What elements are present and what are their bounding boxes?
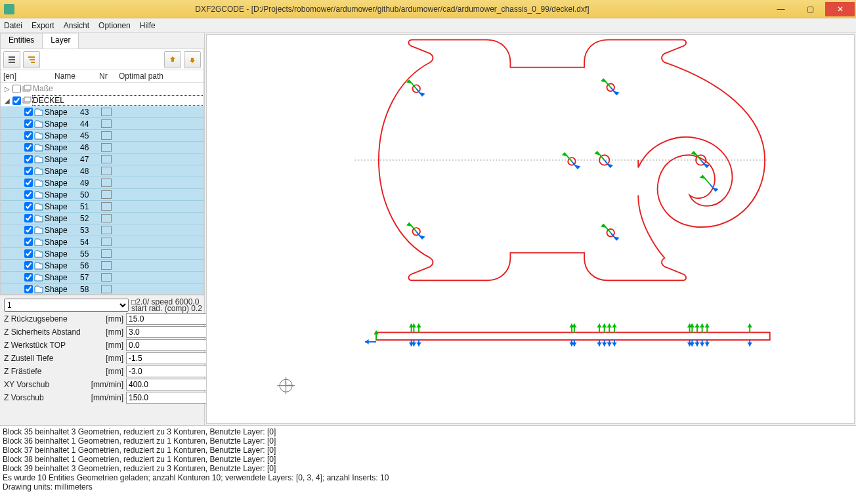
collapse-all-button[interactable]: [3, 51, 20, 68]
shape-row[interactable]: Shape 54: [1, 236, 203, 248]
optimal-path-checkbox[interactable]: [101, 143, 112, 152]
shape-row[interactable]: Shape 53: [1, 224, 203, 236]
shape-checkbox[interactable]: [24, 226, 33, 234]
optimal-path-checkbox[interactable]: [101, 119, 112, 128]
svg-marker-72: [602, 343, 607, 346]
shape-row[interactable]: Shape 46: [1, 142, 203, 154]
shape-name: Shape: [45, 214, 80, 223]
shape-row[interactable]: Shape 49: [1, 177, 203, 189]
minimize-button[interactable]: —: [766, 2, 796, 16]
shape-checkbox[interactable]: [24, 178, 33, 187]
param-label: Z Werkstück TOP: [4, 341, 89, 350]
optimal-path-checkbox[interactable]: [101, 190, 112, 199]
titlebar: DXF2GCODE - [D:/Projects/robomower/ardum…: [0, 0, 856, 18]
layer-checkbox[interactable]: [12, 85, 21, 93]
param-unit: [mm]: [89, 367, 126, 376]
shape-checkbox[interactable]: [24, 238, 33, 246]
shape-row[interactable]: Shape 57: [1, 272, 203, 284]
optimal-path-checkbox[interactable]: [101, 214, 112, 222]
menu-datei[interactable]: Datei: [4, 21, 22, 30]
shape-name: Shape: [45, 226, 80, 235]
optimal-path-checkbox[interactable]: [101, 285, 112, 293]
tree-toolbar: [1, 49, 203, 70]
optimal-path-checkbox[interactable]: [101, 238, 112, 246]
shape-row[interactable]: Shape 50: [1, 189, 203, 201]
shape-checkbox[interactable]: [24, 119, 33, 128]
shape-name: Shape: [45, 249, 80, 259]
menu-ansicht[interactable]: Ansicht: [64, 21, 89, 30]
shape-row[interactable]: Shape 58: [1, 284, 203, 294]
shape-row[interactable]: Shape 55: [1, 248, 203, 260]
shape-name: Shape: [45, 143, 80, 152]
optimal-path-checkbox[interactable]: [101, 178, 112, 187]
layer-tree[interactable]: ▷ Maße◢ DECKEL Shape 43 Shape 44 Shape 4…: [1, 83, 203, 294]
shape-row[interactable]: Shape 56: [1, 260, 203, 272]
layer-row[interactable]: ▷ Maße: [1, 83, 203, 94]
tree-header: [en] Name Nr Optimal path: [1, 70, 203, 83]
optimal-path-checkbox[interactable]: [101, 226, 112, 234]
svg-marker-68: [597, 343, 602, 346]
move-up-button[interactable]: [164, 51, 181, 68]
shape-name: Shape: [45, 131, 80, 140]
param-unit: [mm]: [89, 341, 126, 350]
shape-row[interactable]: Shape 47: [1, 154, 203, 165]
shape-checkbox[interactable]: [24, 155, 33, 163]
shape-row[interactable]: Shape 43: [1, 106, 203, 118]
shape-checkbox[interactable]: [24, 285, 33, 293]
svg-marker-54: [416, 324, 421, 327]
drawing-canvas[interactable]: [206, 34, 855, 424]
optimal-path-checkbox[interactable]: [101, 108, 112, 116]
expand-all-button[interactable]: [23, 51, 40, 68]
optimal-path-checkbox[interactable]: [101, 273, 112, 282]
log-line: Block 36 beinhaltet 1 Geometrien, reduzi…: [3, 436, 853, 446]
window-title: DXF2GCODE - [D:/Projects/robomower/ardum…: [18, 5, 766, 14]
param-label: Z Rückzugsebene: [4, 314, 89, 324]
shape-checkbox[interactable]: [24, 273, 33, 282]
menu-optionen[interactable]: Optionen: [98, 21, 131, 30]
shape-checkbox[interactable]: [24, 214, 33, 222]
optimal-path-checkbox[interactable]: [101, 249, 112, 258]
tab-entities[interactable]: Entities: [0, 33, 43, 49]
shape-name: Shape: [45, 178, 80, 188]
shape-row[interactable]: Shape 51: [1, 201, 203, 213]
shape-row[interactable]: Shape 45: [1, 130, 203, 142]
optimal-path-checkbox[interactable]: [101, 167, 112, 175]
optimal-path-checkbox[interactable]: [101, 202, 112, 211]
menubar: Datei Export Ansicht Optionen Hilfe: [0, 18, 856, 33]
log-panel[interactable]: Block 35 beinhaltet 3 Geometrien, reduzi…: [0, 425, 856, 504]
tool-combo[interactable]: 1: [4, 299, 129, 312]
layer-row[interactable]: ◢ DECKEL: [1, 94, 203, 106]
close-button[interactable]: ✕: [825, 2, 855, 16]
shape-checkbox[interactable]: [24, 249, 33, 258]
shape-checkbox[interactable]: [24, 131, 33, 140]
shape-nr: 55: [80, 249, 97, 259]
svg-marker-106: [365, 339, 369, 345]
svg-rect-44: [376, 333, 770, 340]
shape-nr: 48: [80, 167, 97, 176]
move-down-button[interactable]: [184, 51, 201, 68]
svg-marker-92: [695, 343, 700, 346]
svg-marker-56: [416, 343, 421, 346]
param-row: Z Zustell Tiefe [mm]: [4, 352, 203, 365]
shape-checkbox[interactable]: [24, 167, 33, 175]
log-line: Block 38 beinhaltet 1 Geometrien, reduzi…: [3, 455, 853, 464]
shape-checkbox[interactable]: [24, 261, 33, 270]
layer-checkbox[interactable]: [12, 96, 21, 105]
param-unit: [mm]: [89, 327, 126, 337]
params-panel: 1 □2.0/ speed 6000.0start rad. (comp) 0.…: [0, 295, 204, 408]
param-label: Z Sicherheits Abstand: [4, 327, 89, 337]
shape-row[interactable]: Shape 44: [1, 118, 203, 130]
shape-row[interactable]: Shape 52: [1, 213, 203, 224]
menu-export[interactable]: Export: [32, 21, 54, 30]
shape-checkbox[interactable]: [24, 190, 33, 199]
shape-row[interactable]: Shape 48: [1, 165, 203, 177]
shape-checkbox[interactable]: [24, 108, 33, 116]
shape-checkbox[interactable]: [24, 143, 33, 152]
tab-layer[interactable]: Layer: [42, 33, 79, 49]
shape-checkbox[interactable]: [24, 202, 33, 211]
optimal-path-checkbox[interactable]: [101, 155, 112, 163]
optimal-path-checkbox[interactable]: [101, 261, 112, 270]
menu-hilfe[interactable]: Hilfe: [140, 21, 156, 30]
optimal-path-checkbox[interactable]: [101, 131, 112, 140]
maximize-button[interactable]: ▢: [796, 2, 825, 16]
